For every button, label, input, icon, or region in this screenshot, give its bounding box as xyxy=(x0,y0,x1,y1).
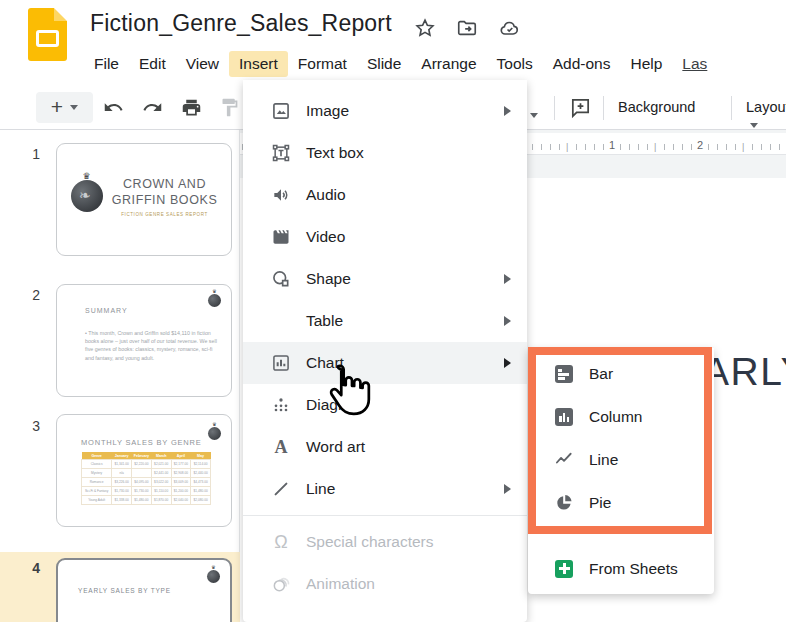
star-icon[interactable] xyxy=(414,17,436,39)
layout-button[interactable]: Layout xyxy=(746,99,786,131)
slide3-heading: MONTHLY SALES BY GENRE xyxy=(81,438,202,447)
bar-chart-icon xyxy=(554,365,574,383)
menu-slide[interactable]: Slide xyxy=(357,51,411,77)
slide2-body: • This month, Crown and Griffin sold $14… xyxy=(85,329,219,362)
submenu-arrow-icon xyxy=(504,316,511,326)
menu-item-text-box[interactable]: Text box xyxy=(243,132,527,174)
document-title[interactable]: Fiction_Genre_Sales_Report xyxy=(90,10,392,37)
background-button[interactable]: Background xyxy=(618,99,695,115)
menu-item-special-characters: Ω Special characters xyxy=(243,521,527,563)
move-folder-icon[interactable] xyxy=(456,17,478,39)
crown-griffin-logo-small xyxy=(207,570,220,583)
crown-griffin-logo-small xyxy=(208,294,221,307)
slide-thumbnail-4-selected[interactable]: YEARLY SALES BY TYPE xyxy=(56,558,232,622)
ruler-halfmark: | xyxy=(652,142,658,152)
slides-logo-icon[interactable] xyxy=(28,8,67,61)
ruler-number-1: 1 xyxy=(606,139,618,151)
insert-menu: Image Text box Audio Video Shape xyxy=(243,80,527,622)
slide-number: 1 xyxy=(22,146,40,162)
ruler-number-2: 2 xyxy=(694,139,706,151)
menu-format[interactable]: Format xyxy=(288,51,357,77)
menu-file[interactable]: File xyxy=(84,51,129,77)
logo-pane xyxy=(36,30,59,47)
menu-item-diagram[interactable]: Diagram xyxy=(243,384,527,426)
slide2-heading: SUMMARY xyxy=(85,307,128,314)
menu-insert[interactable]: Insert xyxy=(229,51,288,77)
menu-item-video[interactable]: Video xyxy=(243,216,527,258)
submenu-item-from-sheets[interactable]: From Sheets xyxy=(528,547,714,590)
new-slide-button[interactable]: + xyxy=(36,92,93,123)
menu-item-chart[interactable]: Chart xyxy=(243,342,527,384)
slide3-sales-table: GenreJanuaryFebruaryMarchAprilMayClassic… xyxy=(81,452,211,505)
crown-griffin-logo-small xyxy=(208,427,221,440)
ruler-halfmark: | xyxy=(564,142,570,152)
slide1-title: CROWN AND GRIFFIN BOOKS xyxy=(112,176,218,209)
menu-bar: File Edit View Insert Format Slide Arran… xyxy=(84,49,707,79)
menu-divider xyxy=(243,515,527,516)
toolbar-separator xyxy=(554,96,555,120)
audio-icon xyxy=(269,185,293,205)
menu-item-animation: Animation xyxy=(243,563,527,605)
add-comment-icon[interactable] xyxy=(569,96,592,119)
logo-fold xyxy=(54,8,67,21)
line-icon xyxy=(269,479,293,499)
header: Fiction_Genre_Sales_Report File Edit Vie… xyxy=(0,0,786,80)
submenu-arrow-icon xyxy=(504,274,511,284)
menu-item-audio[interactable]: Audio xyxy=(243,174,527,216)
last-edit-link[interactable]: Las xyxy=(682,55,707,73)
animation-icon xyxy=(269,574,293,594)
slide-number: 3 xyxy=(22,418,40,434)
menu-addons[interactable]: Add-ons xyxy=(543,51,621,77)
menu-arrange[interactable]: Arrange xyxy=(411,51,486,77)
submenu-arrow-icon xyxy=(504,484,511,494)
slide-number: 4 xyxy=(22,560,40,576)
image-icon xyxy=(269,101,293,121)
slide4-heading: YEARLY SALES BY TYPE xyxy=(78,587,171,594)
submenu-item-bar[interactable]: Bar xyxy=(528,352,714,395)
line-chart-icon xyxy=(554,450,574,470)
menu-item-shape[interactable]: Shape xyxy=(243,258,527,300)
paint-format-icon[interactable] xyxy=(219,97,240,118)
slide-thumbnail-1[interactable]: CROWN AND GRIFFIN BOOKS FICTION GENRE SA… xyxy=(56,143,232,256)
redo-icon[interactable] xyxy=(142,97,163,118)
video-icon xyxy=(269,227,293,247)
slide1-subtitle: FICTION GENRE SALES REPORT xyxy=(112,212,218,217)
slide-filmstrip: 1 CROWN AND GRIFFIN BOOKS FICTION GENRE … xyxy=(0,130,240,622)
google-sheets-icon xyxy=(554,560,574,578)
submenu-arrow-icon xyxy=(504,358,511,368)
undo-icon[interactable] xyxy=(103,97,124,118)
menu-item-word-art[interactable]: A Word art xyxy=(243,426,527,468)
chart-submenu: Bar Column Line Pie xyxy=(528,348,714,594)
menu-item-line[interactable]: Line xyxy=(243,468,527,510)
chevron-down-icon xyxy=(70,105,78,110)
diagram-icon xyxy=(269,395,293,415)
toolbar-separator xyxy=(603,96,604,120)
column-chart-icon xyxy=(554,408,574,426)
menu-help[interactable]: Help xyxy=(620,51,672,77)
ruler-halfmark: | xyxy=(740,142,746,152)
plus-icon: + xyxy=(51,96,63,117)
menu-item-image[interactable]: Image xyxy=(243,90,527,132)
chart-icon xyxy=(269,353,293,373)
menu-item-table[interactable]: Table xyxy=(243,300,527,342)
text-box-icon xyxy=(269,143,293,163)
submenu-item-column[interactable]: Column xyxy=(528,395,714,438)
submenu-item-line[interactable]: Line xyxy=(528,438,714,481)
google-slides-window: Fiction_Genre_Sales_Report File Edit Vie… xyxy=(0,0,786,622)
menu-tools[interactable]: Tools xyxy=(487,51,543,77)
word-art-icon: A xyxy=(269,437,293,458)
submenu-arrow-icon xyxy=(504,106,511,116)
menu-edit[interactable]: Edit xyxy=(129,51,176,77)
zoom-caret-icon[interactable] xyxy=(530,104,538,122)
menu-view[interactable]: View xyxy=(176,51,229,77)
toolbar-separator xyxy=(731,96,732,120)
slide-number: 2 xyxy=(22,287,40,303)
slide-thumbnail-3[interactable]: MONTHLY SALES BY GENRE GenreJanuaryFebru… xyxy=(56,414,232,527)
omega-icon: Ω xyxy=(269,532,293,553)
cloud-saved-icon[interactable] xyxy=(498,17,522,39)
shape-icon xyxy=(269,269,293,289)
submenu-item-pie[interactable]: Pie xyxy=(528,481,714,524)
slide-thumbnail-2[interactable]: SUMMARY • This month, Crown and Griffin … xyxy=(56,284,232,397)
crown-griffin-logo xyxy=(71,180,103,212)
print-icon[interactable] xyxy=(181,97,202,118)
